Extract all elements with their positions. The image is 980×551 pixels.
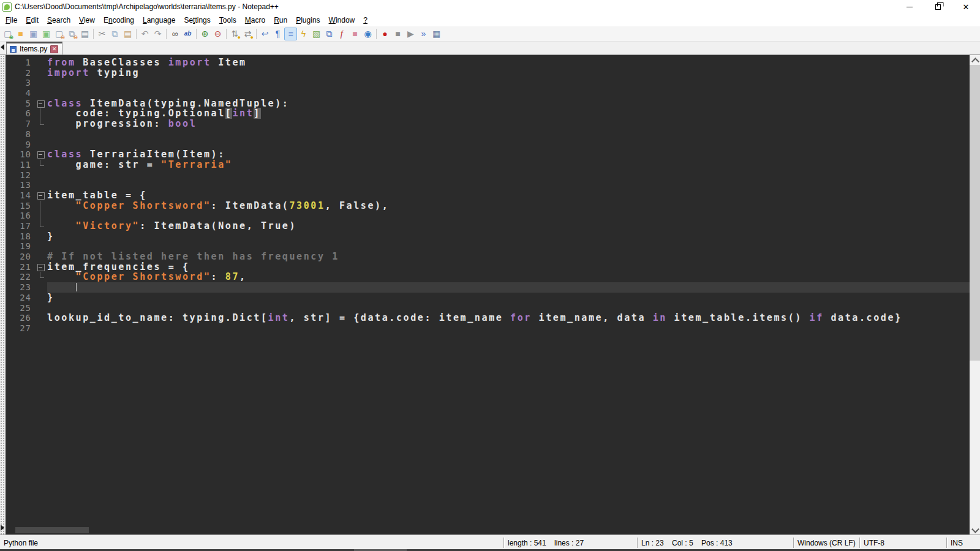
code-line-24[interactable]: 24}	[6, 293, 970, 303]
word-wrap-icon[interactable]: ↩	[258, 28, 271, 40]
v-scroll-thumb[interactable]	[970, 65, 980, 361]
paste-icon[interactable]: ▤	[121, 28, 134, 40]
scroll-down-icon[interactable]	[970, 525, 980, 534]
code-line-2[interactable]: 2import typing	[6, 68, 970, 78]
menu-window[interactable]: Window	[325, 15, 360, 26]
scroll-up-icon[interactable]	[970, 55, 980, 65]
code-line-17[interactable]: 17 "Victory": ItemData(None, True)	[6, 221, 970, 231]
code-line-11[interactable]: 11 game: str = "Terraria"	[6, 160, 970, 170]
code-text: class TerrariaItem(Item):	[47, 149, 970, 160]
close-all-icon[interactable]: ⧉⊖	[66, 28, 78, 40]
line-number: 11	[6, 160, 35, 170]
folder-as-workspace-icon[interactable]: ■	[349, 28, 361, 40]
fold-marker-icon[interactable]	[35, 99, 47, 109]
menu-file[interactable]: File	[1, 15, 21, 26]
toolbar-separator	[93, 29, 94, 39]
line-number: 15	[6, 201, 35, 211]
menu-encoding[interactable]: Encoding	[99, 15, 138, 26]
code-line-20[interactable]: 20# If not listed here then has frequenc…	[6, 252, 970, 262]
menu-edit[interactable]: Edit	[21, 15, 43, 26]
macro-run-multiple-icon[interactable]: »	[417, 28, 430, 40]
define-language-icon[interactable]: ϟ	[297, 28, 310, 40]
function-list-icon[interactable]: ƒ	[336, 28, 349, 40]
macro-play-icon[interactable]: ▶	[404, 28, 417, 40]
menu-macro[interactable]: Macro	[241, 15, 270, 26]
menu-search[interactable]: Search	[43, 15, 75, 26]
code-line-21[interactable]: 21item_frequencies = {	[6, 262, 970, 272]
code-line-6[interactable]: 6 code: typing.Optional[int]	[6, 108, 970, 119]
code-line-18[interactable]: 18}	[6, 231, 970, 242]
code-line-12[interactable]: 12	[6, 170, 970, 181]
close-file-icon[interactable]: ▢⊖	[53, 28, 66, 40]
menu-plugins[interactable]: Plugins	[292, 15, 324, 26]
menu-[interactable]: ?	[359, 15, 372, 26]
new-file-icon[interactable]: ▢⊕	[1, 28, 14, 40]
code-line-23[interactable]: 23	[6, 282, 970, 293]
open-file-icon[interactable]: ■	[14, 28, 27, 40]
sync-horizontal-icon[interactable]: ⇄●	[241, 28, 254, 40]
dock-splitter[interactable]	[0, 55, 6, 534]
close-button[interactable]: ✕	[952, 0, 980, 13]
tab-scroll-left-icon[interactable]	[1, 44, 4, 50]
code-line-9[interactable]: 9	[6, 140, 970, 150]
document-map-icon[interactable]: ▧	[310, 28, 323, 40]
undo-icon[interactable]: ↶	[138, 28, 151, 40]
code-line-13[interactable]: 13	[6, 180, 970, 190]
zoom-out-icon[interactable]: ⊖	[211, 28, 224, 40]
code-line-19[interactable]: 19	[6, 241, 970, 252]
macro-save-icon[interactable]: ▦	[430, 28, 443, 40]
zoom-in-icon[interactable]: ⊕	[198, 28, 211, 40]
fold-marker-icon[interactable]	[35, 190, 47, 201]
code-line-14[interactable]: 14item_table = {	[6, 190, 970, 201]
menu-view[interactable]: View	[75, 15, 99, 26]
tab-items-py[interactable]: Items.py ✕	[6, 42, 62, 54]
horizontal-scrollbar[interactable]	[6, 526, 970, 534]
print-icon[interactable]: ▤	[78, 28, 91, 40]
restore-button[interactable]	[924, 0, 952, 13]
code-line-1[interactable]: 1from BaseClasses import Item	[6, 58, 970, 68]
toolbar-separator	[226, 29, 227, 39]
fold-marker-icon[interactable]	[35, 262, 47, 272]
replace-icon[interactable]: ab	[181, 28, 194, 40]
code-line-10[interactable]: 10class TerrariaItem(Item):	[6, 149, 970, 160]
macro-stop-icon[interactable]: ■	[391, 28, 404, 40]
monitoring-icon[interactable]: ◉	[361, 28, 374, 40]
redo-icon[interactable]: ↷	[151, 28, 164, 40]
copy-icon[interactable]: ⧉	[108, 28, 121, 40]
tab-close-icon[interactable]: ✕	[50, 45, 58, 53]
code-line-7[interactable]: 7 progression: bool	[6, 119, 970, 129]
menu-run[interactable]: Run	[270, 15, 292, 26]
find-icon[interactable]: ∞	[168, 28, 181, 40]
code-line-27[interactable]: 27	[6, 323, 970, 334]
code-line-8[interactable]: 8	[6, 129, 970, 140]
dock-arrow-icon[interactable]	[1, 525, 4, 531]
save-all-icon[interactable]: ▣	[40, 28, 53, 40]
menu-language[interactable]: Language	[138, 15, 179, 26]
cut-icon[interactable]: ✂	[96, 28, 108, 40]
indent-guide-icon[interactable]: ≡	[284, 28, 297, 40]
macro-record-icon[interactable]: ●	[379, 28, 391, 40]
code-line-16[interactable]: 16	[6, 211, 970, 221]
fold-margin	[35, 201, 47, 211]
minimize-button[interactable]	[895, 0, 924, 13]
code-editor[interactable]: 1from BaseClasses import Item2import typ…	[6, 55, 970, 526]
fold-marker-icon[interactable]	[35, 149, 47, 160]
sync-vertical-icon-badge: ●	[238, 35, 241, 40]
vertical-scrollbar[interactable]	[970, 55, 980, 534]
code-line-4[interactable]: 4	[6, 88, 970, 99]
h-scroll-thumb[interactable]	[15, 527, 89, 533]
document-list-icon[interactable]: ⧉	[323, 28, 336, 40]
code-line-25[interactable]: 25	[6, 303, 970, 313]
code-text	[47, 170, 970, 181]
code-line-5[interactable]: 5class ItemData(typing.NamedTuple):	[6, 99, 970, 109]
save-icon[interactable]: ▣	[27, 28, 40, 40]
menu-tools[interactable]: Tools	[215, 15, 241, 26]
code-line-22[interactable]: 22 "Copper Shortsword": 87,	[6, 272, 970, 282]
code-line-3[interactable]: 3	[6, 78, 970, 88]
show-all-characters-icon[interactable]: ¶	[271, 28, 284, 40]
code-line-26[interactable]: 26lookup_id_to_name: typing.Dict[int, st…	[6, 313, 970, 323]
menu-settings[interactable]: Settings	[179, 15, 214, 26]
sync-vertical-icon[interactable]: ⇅●	[228, 28, 241, 40]
fold-margin	[35, 129, 47, 140]
code-line-15[interactable]: 15 "Copper Shortsword": ItemData(73001, …	[6, 201, 970, 211]
